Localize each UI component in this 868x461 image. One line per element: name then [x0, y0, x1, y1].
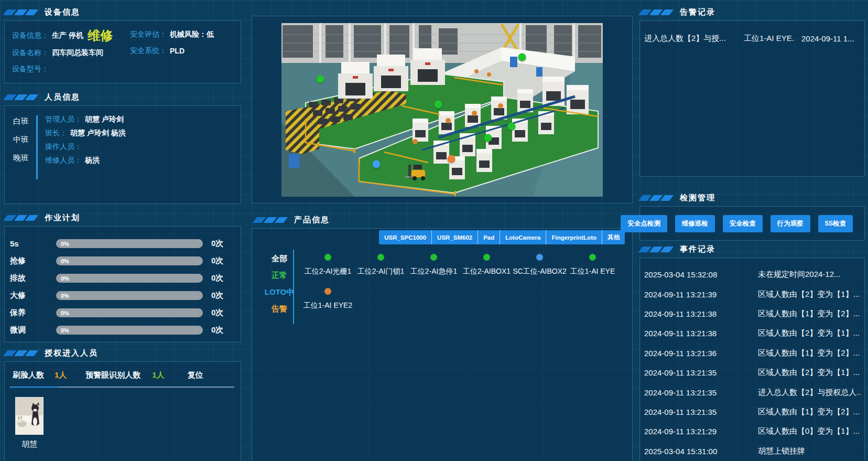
device-status-dot	[324, 288, 331, 295]
device-item[interactable]: 工位1-AI EYE2	[301, 288, 354, 310]
event-time: 2025-03-04 15:32:08	[644, 270, 758, 279]
inspection-button[interactable]: 安全检查	[723, 215, 763, 232]
device-name: SC工位-AIBOX2	[513, 267, 567, 276]
inspection-button[interactable]: 安全点检测	[621, 215, 667, 232]
personnel-title: 人员信息	[45, 92, 80, 102]
device-item[interactable]: 工位1-AI EYE	[566, 254, 619, 276]
device-list-row1: 工位2-AI光栅1 工位2-AI门锁1 工位2-AI急停1	[301, 254, 632, 276]
product-source-button[interactable]: FingerprintLoto	[546, 230, 602, 244]
device-item[interactable]: SC工位-AIBOX2	[513, 254, 566, 276]
event-row[interactable]: 2024-09-11 13:21:38 区域人数由【1】变为【2】...	[640, 304, 864, 324]
device-status-dot[interactable]	[518, 53, 526, 61]
event-records-panel: 事件记录 2025-03-04 15:32:08 未在规定时间2024-12..…	[639, 243, 865, 460]
shift-tab[interactable]: 中班	[10, 135, 32, 145]
alarm-records-header: 告警记录	[639, 6, 865, 18]
event-message: 区域人数由【1】变为【2】...	[758, 407, 861, 417]
product-filter-tab[interactable]: LOTO中	[265, 287, 294, 297]
progress-percent: 0%	[61, 258, 69, 264]
header-arrows-icon	[641, 195, 674, 201]
device-item[interactable]: 工位2-AI门锁1	[354, 254, 407, 276]
event-row[interactable]: 2024-09-11 13:21:35 进入总人数【2】与授权总人...	[640, 382, 864, 402]
factory-3d-view[interactable]	[281, 23, 603, 197]
work-plan-row-count: 0次	[211, 291, 235, 301]
device-status-dot[interactable]	[435, 101, 442, 109]
personnel-field-label: 管理人员：	[45, 115, 82, 124]
event-row[interactable]: 2025-03-04 15:32:08 未在规定时间2024-12...	[640, 265, 864, 284]
authorized-title: 授权进入人员	[45, 348, 98, 358]
personnel-header: 人员信息	[4, 91, 241, 103]
shift-tab[interactable]: 白班	[10, 116, 32, 126]
event-row[interactable]: 2024-09-11 13:21:35 区域人数由【1】变为【2】...	[640, 402, 864, 422]
device-info-box: 设备信息： 生产 停机 维修 设备名称： 四车间总装车间 设备型号：	[4, 20, 241, 83]
product-source-button[interactable]: USR_SM602	[432, 230, 478, 244]
device-status-dot[interactable]	[484, 134, 492, 142]
safety-system-value: PLD	[170, 47, 185, 55]
personnel-field: 管理人员： 胡慧 卢玲剑	[45, 114, 126, 125]
product-source-button[interactable]: USR_SPC1000	[379, 230, 432, 244]
device-item[interactable]: 工位2-AIBOX1	[460, 254, 513, 276]
device-model-field: 设备型号：	[12, 64, 130, 74]
event-row[interactable]: 2024-09-11 13:21:29 区域人数由【0】变为【1】...	[640, 422, 864, 441]
reset-button[interactable]: 复位	[188, 370, 203, 380]
inspection-button[interactable]: 维修巡检	[675, 215, 715, 232]
device-status-dot[interactable]	[448, 155, 455, 163]
shift-tabs: 白班中班晚班	[10, 114, 32, 179]
product-filter-tab[interactable]: 正常	[272, 271, 287, 281]
personnel-fields: 管理人员： 胡慧 卢玲剑 班长： 胡慧 卢玲剑 杨洪 操作人员：	[45, 114, 126, 179]
progress-bar: 0%	[56, 291, 203, 300]
active-tab-underline	[11, 387, 58, 388]
device-name: 工位1-AI EYE	[570, 267, 615, 276]
event-records-header: 事件记录	[639, 243, 865, 255]
event-row[interactable]: 2024-09-11 13:21:35 区域人数由【2】变为【1】...	[640, 363, 864, 382]
device-name-label: 设备名称：	[12, 48, 49, 58]
event-message: 区域人数由【2】变为【1】...	[758, 290, 861, 299]
work-plan-row-label: 抢修	[9, 256, 56, 266]
face-count-tab[interactable]: 刷脸人数	[13, 370, 44, 380]
product-source-button[interactable]: Pad	[478, 230, 500, 244]
safety-assess-field: 安全评估： 机械风险：低	[130, 29, 214, 40]
inspection-button[interactable]: 行为观察	[771, 215, 810, 232]
device-status-highlight: 维修	[88, 29, 113, 42]
person-photo-image	[16, 398, 43, 434]
authorized-tabs: 刷脸人数 1人 预警眼识别人数 1人 复位	[10, 370, 234, 388]
person-card[interactable]: 胡慧	[15, 397, 44, 449]
device-info-title: 设备信息	[45, 7, 80, 17]
device-status-dot[interactable]	[373, 160, 381, 168]
device-item[interactable]: 工位2-AI急停1	[407, 254, 460, 276]
shift-tab[interactable]: 晚班	[10, 153, 32, 163]
personnel-field-value: 胡慧 卢玲剑	[85, 115, 124, 124]
event-message: 未在规定时间2024-12...	[758, 270, 861, 280]
event-message: 进入总人数【2】与授权总人...	[758, 388, 861, 398]
header-arrows-icon	[641, 246, 674, 252]
progress-percent: 0%	[61, 293, 69, 299]
alarm-row[interactable]: 进入总人数【2】与授... 工位1-AI EYE... 2024-09-11 1…	[640, 21, 864, 44]
event-row[interactable]: 2024-09-11 13:21:39 区域人数由【2】变为【1】...	[640, 284, 864, 304]
personnel-field: 维修人员： 杨洪	[45, 155, 126, 166]
inspection-button[interactable]: 5S检查	[818, 215, 853, 232]
eye-count-tab[interactable]: 预警眼识别人数	[85, 370, 140, 380]
event-row[interactable]: 2024-09-11 13:21:36 区域人数由【1】变为【2】...	[640, 344, 864, 363]
device-status-dot[interactable]	[317, 76, 324, 83]
event-row[interactable]: 2024-09-11 13:21:38 区域人数由【2】变为【1】...	[640, 324, 864, 343]
progress-percent: 0%	[61, 327, 69, 334]
device-name: 工位2-AI急停1	[410, 267, 457, 276]
header-arrows-icon	[5, 9, 38, 15]
shift-divider	[36, 115, 38, 179]
event-time: 2024-09-11 13:21:39	[644, 290, 758, 299]
personnel-field-value: 胡慧 卢玲剑 杨洪	[70, 128, 126, 138]
product-filter-tab[interactable]: 告警	[272, 304, 287, 314]
device-status-field: 设备信息： 生产 停机 维修	[12, 29, 130, 42]
event-message: 区域人数由【1】变为【2】...	[758, 348, 861, 358]
device-status-dot[interactable]	[508, 123, 516, 131]
event-row[interactable]: 2025-03-04 15:31:00 胡慧上锁挂牌	[640, 442, 864, 461]
device-item[interactable]: 工位2-AI光栅1	[301, 254, 354, 276]
device-model-label: 设备型号：	[12, 65, 49, 74]
work-plan-row: 5s 0% 0次	[9, 235, 235, 252]
product-filter-tab[interactable]: 全部	[272, 254, 287, 264]
work-plan-row: 微调 0% 0次	[9, 321, 235, 339]
device-info-header: 设备信息	[4, 6, 241, 18]
personnel-field-value: 杨洪	[85, 156, 100, 165]
device-name: 工位2-AI门锁1	[357, 267, 404, 276]
product-source-button[interactable]: LotoCamera	[500, 230, 546, 244]
product-source-button[interactable]: 其他	[602, 230, 625, 244]
